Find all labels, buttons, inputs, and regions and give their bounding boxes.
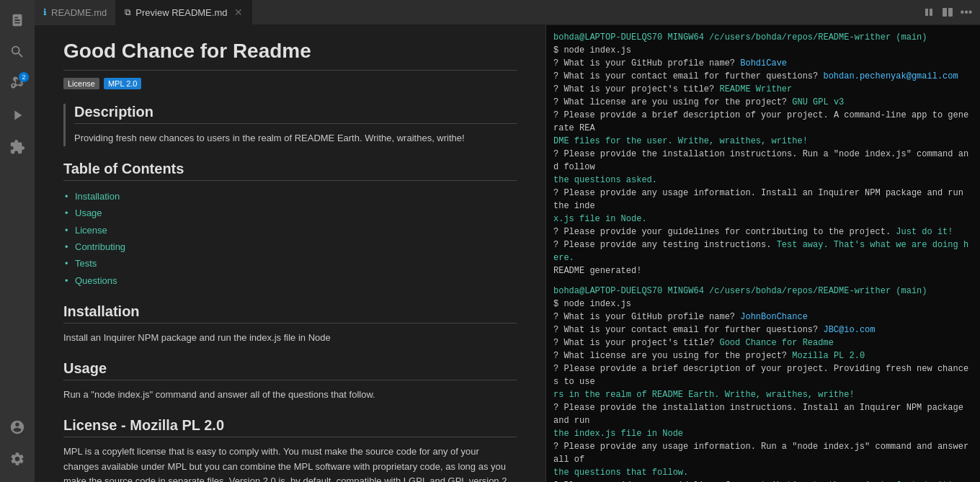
description-text: Providing fresh new chances to users in … [74, 131, 517, 146]
term-s1-q4: ? What license are you using for the pro… [553, 96, 973, 109]
layout-icon[interactable] [940, 4, 956, 20]
installation-text: Install an Inquirer NPM package and run … [63, 331, 517, 346]
tab-actions: ••• [921, 4, 980, 20]
preview-content: Good Chance for Readme License MPL 2.0 D… [35, 25, 545, 482]
license-badge: License [63, 78, 99, 89]
activity-bar: 2 [0, 0, 35, 482]
preview-title: Good Chance for Readme [63, 40, 517, 71]
toc-item-tests[interactable]: Tests [75, 255, 517, 272]
term-s2-q5: ? Please provide a brief description of … [553, 362, 973, 388]
term-s2-q2: ? What is your contact email for further… [553, 323, 973, 336]
preview-tab-close[interactable]: ✕ [234, 6, 243, 18]
description-section: Description Providing fresh new chances … [63, 104, 517, 146]
readme-tab-icon: ℹ [43, 7, 47, 17]
split-editor-icon[interactable] [921, 4, 937, 20]
term-s1-q3: ? What is your project's title? README W… [553, 83, 973, 96]
term-session2-cmd: $ node index.js [553, 298, 973, 311]
usage-text: Run a "node index.js" command and answer… [63, 388, 517, 403]
term-s2-q3: ? What is your project's title? Good Cha… [553, 336, 973, 349]
license-text: MPL is a copyleft license that is easy t… [63, 445, 517, 482]
extensions-icon[interactable] [3, 133, 32, 161]
svg-rect-0 [943, 8, 947, 17]
term-s2-q4: ? What license are you using for the pro… [553, 349, 973, 362]
term-session2-prompt: bohda@LAPTOP-DUELQS70 MINGW64 /c/users/b… [553, 285, 973, 298]
preview-tab-icon: ⧉ [125, 7, 131, 17]
term-session1-cmd: $ node index.js [553, 44, 973, 57]
toc-item-contributing[interactable]: Contributing [75, 238, 517, 255]
preview-panel[interactable]: Good Chance for Readme License MPL 2.0 D… [35, 25, 546, 482]
usage-heading: Usage [63, 360, 517, 380]
toc-heading: Table of Contents [63, 161, 517, 181]
term-s2-q6b: the index.js file in Node [553, 427, 973, 440]
term-s1-q6b: the questions asked. [553, 174, 973, 187]
term-s1-q6: ? Please provide the installation instru… [553, 148, 973, 174]
toc-item-installation[interactable]: Installation [75, 188, 517, 205]
search-icon[interactable] [3, 37, 32, 66]
term-s1-q5b: DME files for the user. Writhe, wraithes… [553, 135, 973, 148]
term-s1-q7b: x.js file in Node. [553, 213, 973, 226]
toc-list: Installation Usage License Contributing … [63, 188, 517, 289]
term-s1-q8: ? Please provide your guidelines for con… [553, 226, 973, 238]
source-control-badge: 2 [19, 72, 29, 82]
term-s2-q8: ? Please provide your guidelines for con… [553, 479, 973, 482]
term-s2-q6: ? Please provide the installation instru… [553, 401, 973, 427]
content-area: Good Chance for Readme License MPL 2.0 D… [35, 25, 980, 482]
term-s1-q7: ? Please provide any usage information. … [553, 187, 973, 213]
more-actions-icon[interactable]: ••• [958, 4, 974, 20]
license-heading: License - Mozilla PL 2.0 [63, 417, 517, 437]
source-control-icon[interactable]: 2 [3, 69, 32, 98]
term-s1-q1: ? What is your GitHub profile name? Bohd… [553, 57, 973, 70]
readme-tab[interactable]: ℹ README.md [35, 0, 116, 25]
term-s2-q7: ? Please provide any usage information. … [553, 440, 973, 466]
badge-row: License MPL 2.0 [63, 78, 517, 89]
term-s2-q1: ? What is your GitHub profile name? John… [553, 311, 973, 323]
toc-item-license[interactable]: License [75, 222, 517, 238]
toc-item-questions[interactable]: Questions [75, 272, 517, 289]
description-heading: Description [74, 104, 517, 124]
term-session1-prompt: bohda@LAPTOP-DUELQS70 MINGW64 /c/users/b… [553, 31, 973, 44]
term-s1-q2: ? What is your contact email for further… [553, 70, 973, 83]
preview-tab-label: Preview README.md [135, 7, 227, 18]
main-area: ℹ README.md ⧉ Preview README.md ✕ ••• Go… [35, 0, 980, 482]
term-s2-q7b: the questions that follow. [553, 466, 973, 479]
installation-heading: Installation [63, 303, 517, 323]
readme-tab-label: README.md [51, 7, 107, 18]
term-s1-q9: ? Please provide any testing instruction… [553, 238, 973, 264]
run-icon[interactable] [3, 101, 32, 130]
toc-item-usage[interactable]: Usage [75, 205, 517, 221]
settings-icon[interactable] [3, 445, 32, 473]
accounts-icon[interactable] [3, 413, 32, 442]
term-s1-q5: ? Please provide a brief description of … [553, 109, 973, 135]
svg-rect-1 [948, 8, 953, 17]
files-icon[interactable] [3, 6, 32, 35]
terminal-panel[interactable]: bohda@LAPTOP-DUELQS70 MINGW64 /c/users/b… [546, 25, 980, 482]
term-s1-generated: README generated! [553, 264, 973, 277]
tab-bar: ℹ README.md ⧉ Preview README.md ✕ ••• [35, 0, 980, 25]
preview-tab[interactable]: ⧉ Preview README.md ✕ [116, 0, 252, 25]
term-s2-q5b: rs in the realm of README Earth. Writhe,… [553, 388, 973, 401]
mpl-badge: MPL 2.0 [104, 78, 142, 89]
